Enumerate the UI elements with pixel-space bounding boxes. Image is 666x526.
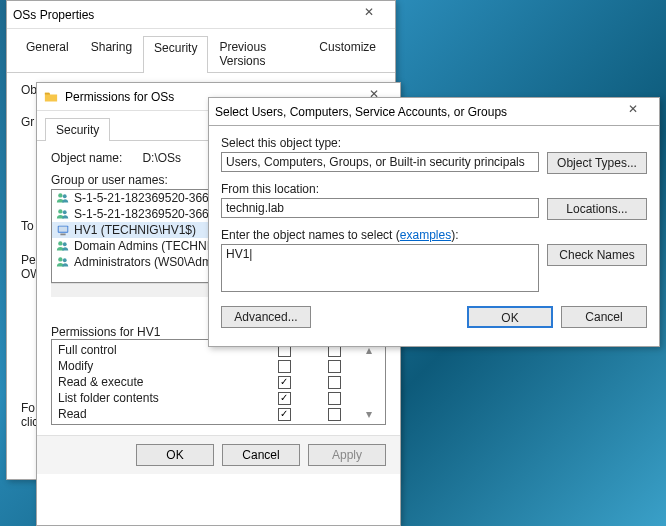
scroll-down-icon[interactable]: ▾: [359, 407, 379, 421]
ok-button[interactable]: OK: [136, 444, 214, 466]
svg-rect-5: [59, 227, 68, 232]
close-icon[interactable]: ✕: [613, 102, 653, 122]
allow-checkbox[interactable]: [278, 360, 291, 373]
object-types-button[interactable]: Object Types...: [547, 152, 647, 174]
window-title: Select Users, Computers, Service Account…: [215, 105, 613, 119]
object-name-value: D:\OSs: [142, 151, 181, 165]
window-title: OSs Properties: [13, 8, 349, 22]
tab-general[interactable]: General: [15, 35, 80, 72]
people-icon: [56, 239, 70, 253]
tab-previous-versions[interactable]: Previous Versions: [208, 35, 308, 72]
svg-point-1: [63, 194, 67, 198]
select-users-window: Select Users, Computers, Service Account…: [208, 97, 660, 347]
object-type-label: Select this object type:: [221, 136, 647, 150]
allow-checkbox[interactable]: [278, 408, 291, 421]
close-icon[interactable]: ✕: [349, 5, 389, 25]
titlebar[interactable]: OSs Properties ✕: [7, 1, 395, 29]
text-caret: |: [249, 247, 252, 261]
list-item-label: HV1 (TECHNIG\HV1$): [74, 223, 196, 237]
dialog-footer: OK Cancel Apply: [37, 435, 400, 474]
people-icon: [56, 191, 70, 205]
svg-rect-6: [60, 234, 65, 236]
allow-checkbox[interactable]: [278, 392, 291, 405]
perm-name: List folder contents: [58, 391, 259, 405]
list-item-label: S-1-5-21-182369520-3665…: [74, 207, 227, 221]
advanced-button[interactable]: Advanced...: [221, 306, 311, 328]
people-icon: [56, 207, 70, 221]
titlebar[interactable]: Select Users, Computers, Service Account…: [209, 98, 659, 126]
permissions-table: Full control▴ModifyRead & executeList fo…: [51, 339, 386, 425]
perm-name: Read: [58, 407, 259, 421]
table-row: Read & execute: [52, 374, 385, 390]
object-names-input[interactable]: HV1|: [221, 244, 539, 292]
list-item-label: S-1-5-21-182369520-3665…: [74, 191, 227, 205]
deny-checkbox[interactable]: [328, 376, 341, 389]
object-type-field[interactable]: Users, Computers, Groups, or Built-in se…: [221, 152, 539, 172]
tab-sharing[interactable]: Sharing: [80, 35, 143, 72]
select-users-body: Select this object type: Users, Computer…: [209, 126, 659, 336]
svg-point-7: [58, 241, 62, 245]
cancel-button[interactable]: Cancel: [222, 444, 300, 466]
examples-link[interactable]: examples: [400, 228, 451, 242]
folder-icon: [43, 89, 59, 105]
svg-point-3: [63, 210, 67, 214]
location-field[interactable]: technig.lab: [221, 198, 539, 218]
object-names-value: HV1: [226, 247, 249, 261]
allow-checkbox[interactable]: [278, 376, 291, 389]
table-row: List folder contents: [52, 390, 385, 406]
tab-security[interactable]: Security: [143, 36, 208, 73]
computer-icon: [56, 223, 70, 237]
deny-checkbox[interactable]: [328, 360, 341, 373]
table-row: Read▾: [52, 406, 385, 422]
tabstrip: General Sharing Security Previous Versio…: [7, 29, 395, 73]
tab-security[interactable]: Security: [45, 118, 110, 141]
svg-point-0: [58, 193, 62, 197]
cancel-button[interactable]: Cancel: [561, 306, 647, 328]
deny-checkbox[interactable]: [328, 408, 341, 421]
deny-checkbox[interactable]: [328, 392, 341, 405]
location-label: From this location:: [221, 182, 647, 196]
object-names-label: Enter the object names to select (exampl…: [221, 228, 647, 242]
object-names-text: Enter the object names to select: [221, 228, 392, 242]
locations-button[interactable]: Locations...: [547, 198, 647, 220]
people-icon: [56, 255, 70, 269]
check-names-button[interactable]: Check Names: [547, 244, 647, 266]
svg-point-2: [58, 209, 62, 213]
perm-name: Modify: [58, 359, 259, 373]
ok-button[interactable]: OK: [467, 306, 553, 328]
svg-point-9: [58, 257, 62, 261]
tab-customize[interactable]: Customize: [308, 35, 387, 72]
perm-name: Read & execute: [58, 375, 259, 389]
table-row: Modify: [52, 358, 385, 374]
svg-point-10: [63, 258, 67, 262]
svg-point-8: [63, 242, 67, 246]
apply-button[interactable]: Apply: [308, 444, 386, 466]
object-name-label: Object name:: [51, 151, 122, 165]
